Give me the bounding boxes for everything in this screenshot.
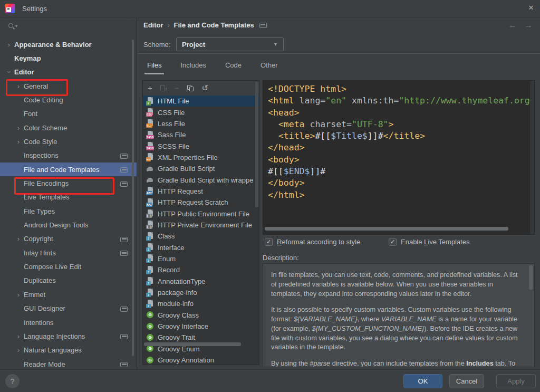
template-item-interface[interactable]: JInterface <box>143 242 259 253</box>
sidebar-item-copyright[interactable]: ›Copyright <box>0 232 137 246</box>
chevron-right-icon[interactable]: › <box>15 235 22 243</box>
template-item-gradle-build-script-with-wrappe[interactable]: Gradle Build Script with wrappe <box>143 174 259 185</box>
tab-files[interactable]: Files <box>144 57 164 74</box>
chevron-right-icon[interactable]: › <box>15 82 22 90</box>
description-scrollbar[interactable] <box>529 265 533 290</box>
editor-vertical-scrollbar[interactable] <box>530 81 534 234</box>
remove-template-button: − <box>175 84 179 92</box>
sidebar-item-file-and-code-templates[interactable]: File and Code Templates <box>0 162 137 176</box>
sidebar-item-label: Inlay Hints <box>24 249 56 257</box>
chevron-right-icon[interactable]: › <box>15 124 22 132</box>
chevron-right-icon[interactable]: › <box>15 138 22 146</box>
template-item-http-request-scratch[interactable]: APIHTTP Request Scratch <box>143 197 259 208</box>
search-input[interactable]: ▾ <box>4 20 131 32</box>
template-item-groovy-interface[interactable]: GGroovy Interface <box>143 321 259 332</box>
sidebar-item-live-templates[interactable]: Live Templates <box>0 190 137 204</box>
sidebar-item-compose-live-edit[interactable]: Compose Live Edit <box>0 260 137 274</box>
sidebar-item-appearance-behavior[interactable]: ›Appearance & Behavior <box>0 37 137 51</box>
sidebar-item-code-style[interactable]: ›Code Style <box>0 135 137 148</box>
enable-live-templates-checkbox[interactable]: ✓ Enable Live Templates <box>389 238 470 246</box>
sidebar-item-general[interactable]: ›General <box>0 79 137 93</box>
sidebar-item-gui-designer[interactable]: GUI Designer <box>0 302 137 315</box>
template-item-sass-file[interactable]: SASSSass File <box>143 129 259 140</box>
template-list-horizontal-scrollbar[interactable] <box>144 342 241 346</box>
sidebar-item-label: Duplicates <box>24 276 56 284</box>
scheme-select[interactable]: Project ▼ <box>176 37 284 51</box>
tab-includes[interactable]: Includes <box>178 57 208 74</box>
sidebar-item-inlay-hints[interactable]: Inlay Hints <box>0 246 137 260</box>
template-item-record[interactable]: JRecord <box>143 264 259 275</box>
code-line: <html lang="en" xmlns:th="http://www.thy… <box>268 95 534 107</box>
scss-file-icon: SASS <box>146 142 155 150</box>
duplicate-template-button[interactable] <box>187 85 194 92</box>
template-item-http-private-environment-file[interactable]: { }HTTP Private Environment File <box>143 219 259 231</box>
template-item-groovy-trait[interactable]: GGroovy Trait <box>143 332 259 343</box>
sidebar-item-label: Natural Languages <box>24 346 82 354</box>
code-line: </body> <box>268 177 534 189</box>
tab-other[interactable]: Other <box>258 57 281 74</box>
chevron-right-icon[interactable]: › <box>15 346 22 354</box>
template-item-html-file[interactable]: HHTML File <box>143 95 259 107</box>
sidebar-item-android-design-tools[interactable]: Android Design Tools <box>0 218 137 232</box>
css-file-icon: CSS <box>146 108 155 117</box>
sidebar-item-file-types[interactable]: File Types <box>0 204 137 218</box>
template-item-annotationtype[interactable]: JAnnotationType <box>143 276 259 287</box>
sidebar-item-code-editing[interactable]: Code Editing <box>0 93 137 107</box>
template-item-less-file[interactable]: (L)Less File <box>143 118 259 129</box>
cancel-button[interactable]: Cancel <box>449 374 484 388</box>
header-divider <box>138 53 540 54</box>
code-line: <body> <box>268 154 534 166</box>
template-code-editor[interactable]: <!DOCTYPE html><html lang="en" xmlns:th=… <box>263 80 535 235</box>
chevron-right-icon[interactable]: › <box>5 41 13 49</box>
revert-template-button[interactable]: ↺ <box>202 84 209 92</box>
template-item-xml-properties-file[interactable]: <>XML Properties File <box>143 152 259 163</box>
sidebar-item-inspections[interactable]: Inspections <box>0 149 137 162</box>
ok-button[interactable]: OK <box>403 374 442 388</box>
back-arrow-icon[interactable]: ← <box>508 21 517 30</box>
template-item-groovy-annotation[interactable]: GGroovy Annotation <box>143 355 259 365</box>
template-item-scss-file[interactable]: SASSSCSS File <box>143 140 259 151</box>
sidebar-item-label: Inspections <box>24 151 59 159</box>
editor-horizontal-scrollbar[interactable] <box>265 227 508 231</box>
breadcrumb-editor[interactable]: Editor <box>143 21 163 29</box>
sidebar-scrollbar[interactable] <box>132 40 134 356</box>
template-item-css-file[interactable]: CSSCSS File <box>143 107 259 118</box>
sidebar-item-color-scheme[interactable]: ›Color Scheme <box>0 121 137 135</box>
template-item-package-info[interactable]: Jpackage-info <box>143 287 259 298</box>
template-list-vertical-scrollbar[interactable] <box>255 82 258 207</box>
template-item-http-request[interactable]: APIHTTP Request <box>143 186 259 197</box>
help-button[interactable]: ? <box>5 374 20 388</box>
forward-arrow-icon[interactable]: → <box>524 21 533 30</box>
sidebar-item-language-injections[interactable]: ›Language Injections <box>0 329 137 343</box>
sidebar-item-keymap[interactable]: Keymap <box>0 51 137 65</box>
xmlprops-file-icon: <> <box>146 153 155 161</box>
template-item-module-info[interactable]: Jmodule-info <box>143 298 259 309</box>
template-item-gradle-build-script[interactable]: Gradle Build Script <box>143 163 259 174</box>
template-item-enum[interactable]: JEnum <box>143 253 259 264</box>
sidebar-item-file-encodings[interactable]: File Encodings <box>0 177 137 190</box>
chevron-down-icon: ▼ <box>273 42 278 47</box>
template-item-http-public-environment-file[interactable]: { }HTTP Public Environment File <box>143 208 259 219</box>
tab-code[interactable]: Code <box>223 57 244 74</box>
search-options-caret-icon[interactable]: ▾ <box>15 24 17 29</box>
sidebar-item-emmet[interactable]: ›Emmet <box>0 288 137 301</box>
sidebar-item-editor[interactable]: ›Editor <box>0 65 137 79</box>
reformat-checkbox[interactable]: ✓ Reformat according to style <box>265 238 360 246</box>
sidebar-item-intentions[interactable]: Intentions <box>0 315 137 329</box>
sidebar-item-font[interactable]: Font <box>0 107 137 121</box>
settings-sidebar: ▾ ›Appearance & BehaviorKeymap›Editor›Ge… <box>0 18 137 369</box>
sidebar-item-natural-languages[interactable]: ›Natural Languages <box>0 343 137 357</box>
sidebar-item-duplicates[interactable]: Duplicates <box>0 274 137 288</box>
template-item-label: module-info <box>158 300 194 308</box>
close-icon[interactable]: × <box>528 3 534 13</box>
sidebar-item-reader-mode[interactable]: Reader Mode <box>0 357 137 369</box>
template-item-class[interactable]: JClass <box>143 231 259 242</box>
add-template-button[interactable]: + <box>148 84 152 92</box>
code-lines: <!DOCTYPE html><html lang="en" xmlns:th=… <box>268 83 534 201</box>
chevron-down-icon[interactable]: › <box>5 69 13 76</box>
chevron-right-icon[interactable]: › <box>15 332 22 340</box>
chevron-right-icon[interactable]: › <box>15 291 22 299</box>
template-item-label: HTTP Request Scratch <box>158 198 228 206</box>
apply-button[interactable]: Apply <box>496 374 536 388</box>
template-item-groovy-class[interactable]: GGroovy Class <box>143 310 259 321</box>
